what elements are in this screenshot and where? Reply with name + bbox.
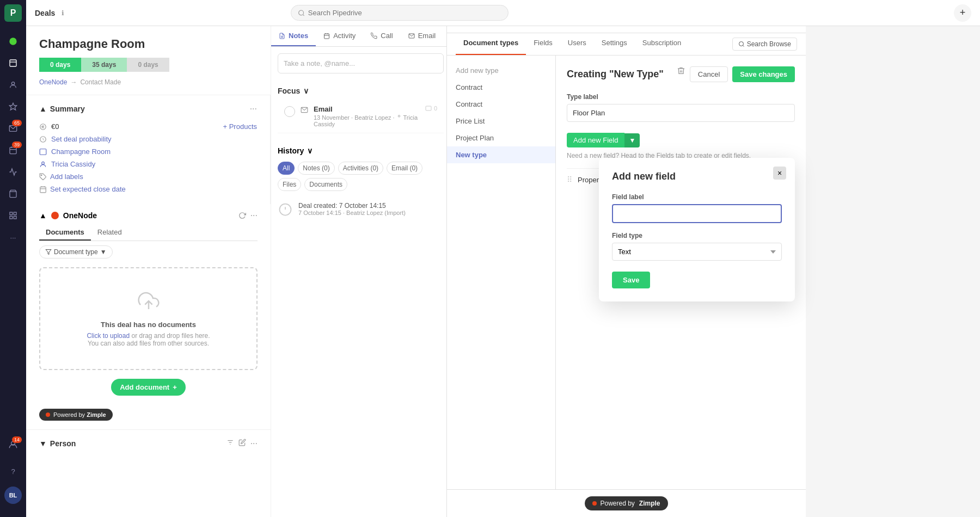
upload-desc: Click to upload or drag and drop files h… — [51, 332, 246, 347]
svg-rect-11 — [10, 212, 13, 215]
field-delete-icon[interactable] — [787, 176, 795, 183]
history-tab-documents[interactable]: Documents — [304, 178, 347, 191]
breadcrumb-org[interactable]: OneNode — [39, 78, 67, 86]
cancel-button[interactable]: Cancel — [690, 66, 728, 82]
sidebar-item-deals[interactable] — [3, 53, 23, 73]
summary-amount-row: €0 + Products — [39, 120, 257, 133]
person-filter-icon[interactable] — [226, 439, 234, 446]
save-changes-button[interactable]: Save changes — [732, 66, 795, 82]
tab-notes[interactable]: Notes — [271, 26, 316, 46]
history-section: History ∨ All Notes (0) Activities (0) E… — [271, 140, 450, 228]
pipeline-stage-2[interactable]: 35 days — [81, 58, 127, 72]
sidebar-item-activities[interactable]: 39 — [3, 140, 23, 160]
history-tab-email[interactable]: Email (0) — [387, 162, 422, 175]
upload-link[interactable]: Click to upload — [87, 332, 130, 340]
sm-tab-document-types[interactable]: Document types — [456, 33, 526, 55]
add-products-btn[interactable]: + Products — [223, 122, 257, 131]
sidebar-item-ai[interactable]: 14 — [3, 435, 23, 455]
tab-email[interactable]: Email — [401, 26, 444, 46]
note-input[interactable]: Take a note, @name... — [278, 53, 444, 73]
tab-call[interactable]: Call — [363, 26, 400, 46]
tab-related[interactable]: Related — [91, 225, 128, 241]
svg-point-21 — [41, 175, 42, 176]
summary-more-btn[interactable]: ··· — [250, 104, 257, 114]
type-item-contract2[interactable]: Contract — [447, 96, 555, 113]
refresh-icon[interactable] — [238, 212, 246, 219]
svg-point-20 — [42, 162, 45, 164]
upload-zone[interactable]: This deal has no documents Click to uplo… — [39, 267, 258, 370]
sidebar-item-leads[interactable] — [3, 97, 23, 116]
delete-type-icon[interactable] — [677, 66, 685, 75]
search-browse-button[interactable]: Search Browse — [732, 38, 797, 51]
sidebar-item-more[interactable]: ··· — [3, 227, 23, 247]
field-edit-icon[interactable] — [772, 176, 780, 183]
field-row: ⠿ Property Manager Required — [567, 168, 795, 190]
sidebar-logo[interactable]: P — [4, 4, 22, 22]
add-field-dropdown-button[interactable]: ▼ — [624, 133, 640, 147]
type-item-newtype[interactable]: New type — [447, 146, 555, 163]
summary-title: ▲ Summary — [39, 104, 85, 113]
person-header: ▼ Person ··· — [39, 439, 258, 448]
filter-button[interactable]: Document type ▼ — [39, 245, 113, 258]
type-item-contract1[interactable]: Contract — [447, 79, 555, 96]
svg-rect-6 — [10, 147, 16, 154]
add-button[interactable]: + — [954, 4, 971, 22]
mail-badge: 65 — [12, 120, 22, 126]
onenode-title: ▲ OneNode — [39, 211, 97, 220]
history-tab-notes[interactable]: Notes (0) — [298, 162, 334, 175]
field-drag-handle[interactable]: ⠿ — [567, 175, 572, 184]
pipeline-stage-3[interactable]: 0 days — [127, 58, 169, 72]
sidebar-item-help[interactable]: ? — [3, 461, 23, 481]
ai-badge: 14 — [12, 436, 22, 443]
deal-name-link[interactable]: Champagne Room — [51, 147, 111, 156]
search-box[interactable] — [291, 5, 509, 21]
email-title: Email — [314, 105, 420, 113]
add-new-field-button[interactable]: Add new Field — [567, 133, 624, 147]
sm-tab-settings[interactable]: Settings — [594, 33, 635, 55]
field-toggle[interactable] — [713, 174, 732, 185]
zimple-dot-bottom — [46, 413, 50, 417]
add-document-button[interactable]: Add document + — [111, 379, 186, 396]
set-close-date-link[interactable]: Set expected close date — [50, 185, 126, 193]
history-tab-all[interactable]: All — [278, 162, 295, 175]
sidebar-item-products[interactable] — [3, 184, 23, 204]
person-edit-icon[interactable] — [238, 439, 246, 446]
person-section: ▼ Person ··· — [26, 429, 271, 457]
person-more-btn[interactable]: ··· — [250, 439, 258, 448]
onenode-more-btn[interactable]: ··· — [250, 211, 258, 220]
sidebar-item-projects[interactable] — [3, 206, 23, 225]
type-item-pricelist[interactable]: Price List — [447, 113, 555, 130]
onenode-section: ▲ OneNode ··· Documents Related Document… — [26, 204, 271, 429]
sm-type-list: Add new type Contract Contract Price Lis… — [447, 56, 556, 489]
sidebar-item-mail[interactable]: 65 — [3, 119, 23, 138]
type-item-projectplan[interactable]: Project Plan — [447, 130, 555, 146]
set-probability-link[interactable]: Set deal probability — [51, 135, 112, 143]
focus-chevron[interactable]: ∨ — [303, 87, 309, 95]
tab-activity[interactable]: Activity — [316, 26, 363, 46]
sm-tab-users[interactable]: Users — [560, 33, 594, 55]
add-new-type-btn[interactable]: Add new type — [447, 62, 555, 79]
add-labels-link[interactable]: Add labels — [50, 173, 83, 181]
tab-documents[interactable]: Documents — [39, 225, 91, 241]
sm-tab-fields[interactable]: Fields — [526, 33, 560, 55]
sidebar-item-contacts[interactable] — [3, 75, 23, 95]
sidebar-item-home[interactable] — [3, 32, 23, 51]
sidebar-item-insights[interactable] — [3, 162, 23, 182]
history-chevron[interactable]: ∨ — [307, 146, 313, 155]
svg-rect-22 — [40, 187, 46, 193]
summary-probability-row: Set deal probability — [39, 133, 257, 145]
email-action-1[interactable] — [425, 105, 432, 112]
app-title: Deals — [35, 9, 55, 17]
svg-point-3 — [11, 82, 14, 85]
email-checkbox[interactable] — [284, 106, 295, 117]
history-tab-files[interactable]: Files — [278, 178, 301, 191]
search-input[interactable] — [308, 9, 501, 17]
avatar[interactable]: BL — [4, 487, 22, 504]
type-label-input[interactable] — [567, 104, 795, 122]
person-link[interactable]: Tricia Cassidy — [51, 160, 95, 168]
sm-tab-subscription[interactable]: Subscription — [635, 33, 689, 55]
email-meta: 13 November · Beatriz Lopez · Tricia Cas… — [314, 114, 420, 127]
svg-marker-26 — [46, 250, 51, 255]
pipeline-stage-1[interactable]: 0 days — [39, 58, 81, 72]
history-tab-activities[interactable]: Activities (0) — [338, 162, 383, 175]
